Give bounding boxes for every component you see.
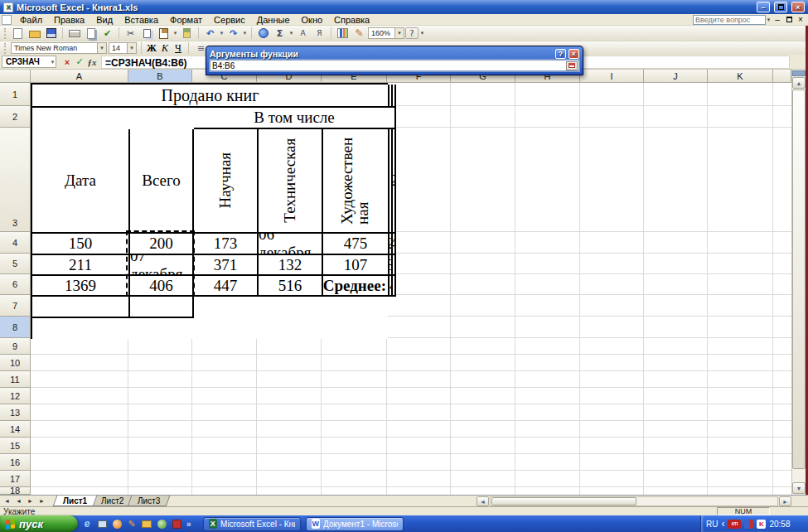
tray-app-icon[interactable]: [744, 520, 753, 529]
autosum-icon[interactable]: Σ: [272, 27, 288, 40]
cell-fic-2[interactable]: 211: [32, 255, 130, 276]
sort-descending-icon[interactable]: Я: [312, 27, 327, 40]
vertical-scroll-thumb[interactable]: [792, 89, 806, 469]
cell-totals-total[interactable]: 1369: [32, 276, 130, 297]
redo-icon[interactable]: ↷: [225, 27, 241, 40]
row-header-11[interactable]: 11: [0, 371, 31, 388]
close-button[interactable]: ×: [791, 2, 805, 12]
row-header-9[interactable]: 9: [0, 338, 31, 355]
help-icon[interactable]: ?: [405, 27, 419, 39]
column-header-k[interactable]: K: [708, 70, 773, 83]
cell-header-date[interactable]: Дата: [32, 129, 130, 234]
print-preview-icon[interactable]: [83, 27, 99, 40]
cancel-entry-icon[interactable]: ×: [61, 56, 73, 68]
undo-icon[interactable]: ↶: [202, 27, 218, 40]
task-button-excel[interactable]: X Microsoft Excel - Кни...: [203, 517, 301, 531]
minimize-button[interactable]: –: [757, 2, 770, 12]
font-name-combo[interactable]: Times New Roman▼: [11, 42, 107, 54]
ask-dropdown-icon[interactable]: ▼: [766, 17, 772, 22]
menu-edit[interactable]: Правка: [48, 14, 90, 26]
zoom-combo[interactable]: 160%▼: [368, 27, 404, 39]
cell-c8[interactable]: [393, 276, 396, 297]
scroll-down-icon[interactable]: ▼: [792, 482, 806, 494]
column-header-i[interactable]: I: [580, 70, 644, 83]
tab-sheet1[interactable]: Лист1: [53, 496, 98, 506]
spelling-icon[interactable]: ✔: [99, 27, 115, 40]
row-header-14[interactable]: 14: [0, 421, 31, 438]
cell-totals-tech[interactable]: 447: [194, 276, 259, 297]
copy-icon[interactable]: [139, 27, 155, 40]
language-indicator[interactable]: RU: [706, 520, 718, 529]
paste-dropdown-icon[interactable]: ▼: [172, 31, 178, 36]
cut-icon[interactable]: ✂: [123, 27, 138, 40]
split-box[interactable]: [792, 70, 806, 76]
cell-tech-3[interactable]: 107: [323, 255, 389, 276]
row-header-2[interactable]: 2: [0, 106, 31, 128]
underline-button[interactable]: Ч: [172, 42, 184, 54]
quicklaunch-desktop-icon[interactable]: [96, 518, 108, 530]
insert-function-icon[interactable]: ƒx: [86, 56, 98, 68]
menu-data[interactable]: Данные: [251, 14, 296, 26]
cell-e8[interactable]: [130, 297, 194, 318]
menu-format[interactable]: Формат: [164, 14, 208, 26]
menu-view[interactable]: Вид: [90, 14, 119, 26]
paste-icon[interactable]: [156, 27, 172, 40]
scroll-up-icon[interactable]: ▲: [792, 77, 806, 89]
cell-fic-1[interactable]: 173: [194, 234, 259, 255]
drawing-icon[interactable]: ✎: [351, 27, 367, 40]
cell-header-fiction[interactable]: Художественная: [323, 129, 389, 234]
toolbar-grip[interactable]: [4, 43, 7, 54]
cell-tech-2[interactable]: 140: [393, 234, 396, 255]
toolbar-options-icon[interactable]: ▼: [419, 31, 425, 36]
row-header-8[interactable]: 8: [0, 317, 31, 338]
cell-sci-1[interactable]: 150: [32, 234, 130, 255]
workbook-restore-button[interactable]: [783, 15, 795, 25]
cell-header-total[interactable]: Всего: [130, 129, 194, 234]
cell-totals-fic[interactable]: 516: [259, 276, 323, 297]
tab-sheet3[interactable]: Лист3: [128, 496, 171, 506]
font-size-combo[interactable]: 14▼: [109, 42, 137, 54]
row-header-12[interactable]: 12: [0, 388, 31, 404]
menu-file[interactable]: Файл: [14, 14, 48, 26]
task-button-word[interactable]: W Документ1 - Microso...: [306, 517, 404, 531]
range-input[interactable]: B4:B6: [210, 60, 579, 71]
cell-header-technical[interactable]: Техническая: [259, 129, 323, 234]
quicklaunch-messenger-icon[interactable]: [156, 518, 167, 530]
menu-help[interactable]: Справка: [328, 14, 375, 26]
row-header-13[interactable]: 13: [0, 404, 31, 421]
column-header-j[interactable]: J: [644, 70, 708, 83]
format-painter-icon[interactable]: [179, 27, 195, 40]
dialog-title-bar[interactable]: Аргументы функции ? ×: [209, 48, 580, 59]
cell-b2[interactable]: [393, 85, 396, 108]
cell-sci-3[interactable]: 132: [259, 255, 323, 276]
quicklaunch-edit-icon[interactable]: ✎: [126, 518, 138, 530]
dialog-close-button[interactable]: ×: [569, 49, 579, 59]
undo-dropdown-icon[interactable]: ▼: [219, 31, 225, 36]
row-header-7[interactable]: 7: [0, 295, 31, 317]
workbook-close-button[interactable]: ×: [795, 15, 806, 25]
open-icon[interactable]: [27, 27, 42, 40]
row-header-18[interactable]: 18: [0, 487, 31, 495]
row-header-15[interactable]: 15: [0, 438, 31, 454]
workbook-minimize-button[interactable]: –: [772, 15, 783, 25]
ati-tray-icon[interactable]: ATI: [728, 520, 741, 529]
cell-subheader[interactable]: В том числе: [194, 108, 396, 129]
horizontal-scroll-thumb[interactable]: [491, 497, 636, 505]
cell-title[interactable]: Продано книг: [32, 85, 389, 108]
cell-header-scientific[interactable]: Научная: [194, 129, 259, 234]
start-button[interactable]: пуск: [0, 515, 78, 532]
bold-button[interactable]: Ж: [146, 42, 157, 54]
prev-sheet-icon[interactable]: ◄: [13, 496, 24, 506]
quicklaunch-media-icon[interactable]: [171, 518, 182, 530]
redo-dropdown-icon[interactable]: ▼: [242, 31, 248, 36]
first-sheet-icon[interactable]: ◄: [2, 496, 12, 506]
row-header-1[interactable]: 1: [0, 83, 31, 106]
quicklaunch-player-icon[interactable]: [111, 518, 123, 530]
select-all-corner[interactable]: [0, 70, 31, 83]
row-header-17[interactable]: 17: [0, 471, 31, 487]
menu-window[interactable]: Окно: [296, 14, 329, 26]
row-header-5[interactable]: 5: [0, 254, 31, 274]
column-header-partial[interactable]: [773, 70, 791, 83]
quicklaunch-ie-icon[interactable]: e: [81, 518, 93, 530]
scroll-right-icon[interactable]: ►: [779, 496, 791, 506]
